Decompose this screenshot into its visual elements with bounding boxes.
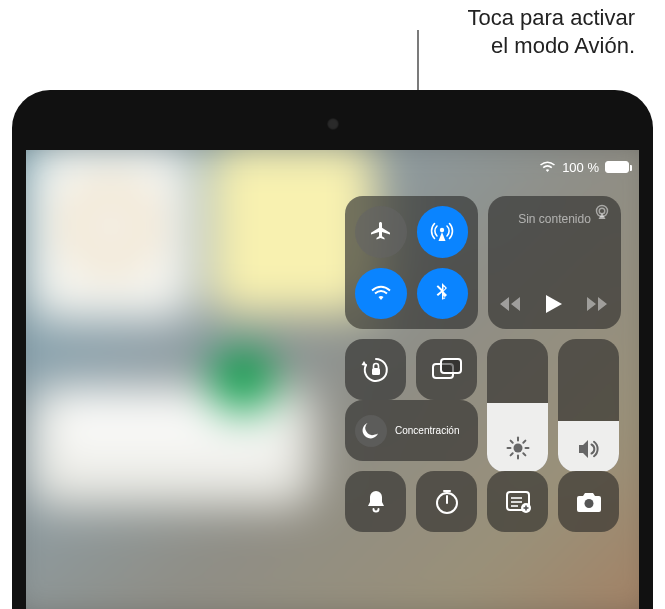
screen-mirroring-button[interactable] — [416, 339, 477, 400]
play-icon — [546, 295, 562, 313]
camera-icon — [575, 491, 603, 513]
svg-rect-4 — [372, 368, 380, 375]
brightness-slider[interactable] — [487, 339, 548, 472]
focus-moon-toggle[interactable] — [355, 415, 387, 447]
media-tile[interactable]: Sin contenido — [488, 196, 621, 329]
focus-label: Concentración — [395, 425, 459, 436]
note-icon — [505, 490, 531, 514]
backward-icon — [500, 297, 522, 311]
svg-point-26 — [584, 499, 593, 508]
front-camera — [327, 118, 339, 130]
wifi-toggle[interactable] — [355, 268, 407, 320]
battery-icon — [605, 161, 629, 173]
timer-icon — [434, 489, 460, 515]
bell-icon — [364, 489, 388, 515]
forward-icon — [587, 297, 609, 311]
airplane-mode-toggle[interactable] — [355, 206, 407, 258]
wifi-status-icon — [539, 161, 556, 174]
svg-line-12 — [510, 441, 512, 443]
wifi-icon — [369, 281, 393, 305]
quick-note-button[interactable] — [487, 471, 548, 532]
svg-point-1 — [440, 228, 444, 232]
bluetooth-toggle[interactable] — [417, 268, 469, 320]
svg-line-14 — [510, 453, 512, 455]
moon-icon — [362, 422, 380, 440]
battery-percent: 100 % — [562, 160, 599, 175]
control-center: Sin contenido — [345, 196, 621, 532]
status-bar: 100 % — [539, 156, 629, 178]
airdrop-icon — [429, 219, 455, 245]
media-prev-button[interactable] — [500, 297, 522, 311]
connectivity-tile[interactable] — [345, 196, 478, 329]
svg-line-13 — [523, 453, 525, 455]
timer-button[interactable] — [416, 471, 477, 532]
svg-rect-6 — [441, 359, 461, 373]
brightness-icon — [506, 436, 530, 460]
bluetooth-icon — [430, 281, 454, 305]
camera-button[interactable] — [558, 471, 619, 532]
airplane-icon — [369, 220, 393, 244]
silent-mode-button[interactable] — [345, 471, 406, 532]
svg-point-7 — [513, 444, 522, 453]
orientation-lock-icon — [361, 355, 391, 385]
airdrop-toggle[interactable] — [417, 206, 469, 258]
media-play-button[interactable] — [546, 295, 562, 313]
svg-line-15 — [523, 441, 525, 443]
media-now-playing: Sin contenido — [488, 212, 621, 226]
orientation-lock-button[interactable] — [345, 339, 406, 400]
focus-button[interactable]: Concentración — [345, 400, 478, 461]
volume-icon — [577, 438, 601, 460]
screen-mirroring-icon — [432, 358, 462, 382]
media-next-button[interactable] — [587, 297, 609, 311]
volume-slider[interactable] — [558, 339, 619, 472]
ipad-frame: 100 % — [12, 90, 653, 609]
